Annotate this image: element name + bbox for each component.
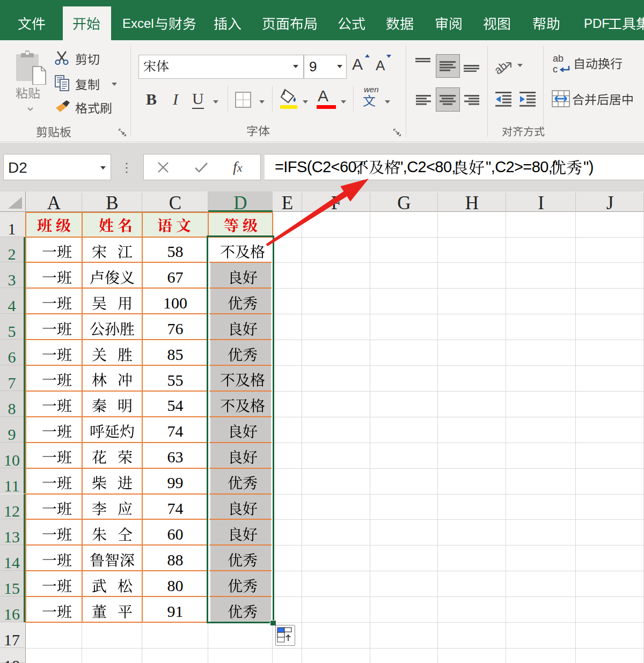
svg-text:c: c: [553, 64, 558, 75]
svg-text:ab: ab: [553, 53, 564, 64]
